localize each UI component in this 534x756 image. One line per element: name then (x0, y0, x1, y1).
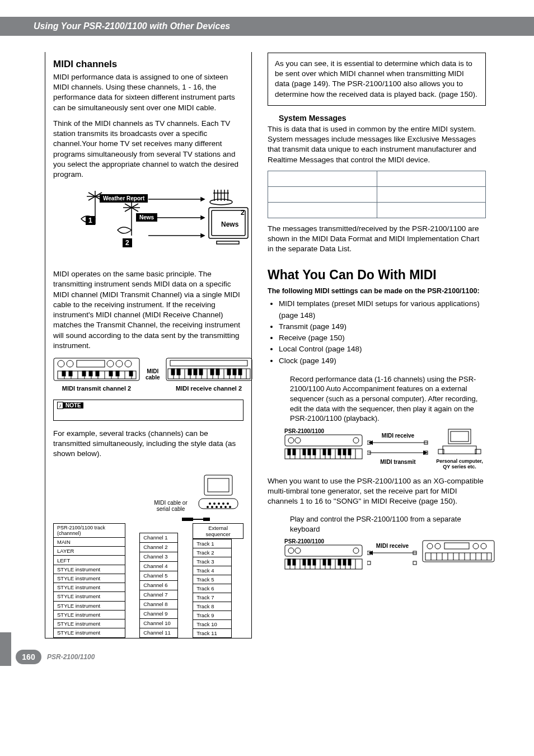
svg-rect-116 (303, 449, 306, 455)
keyboard-right-icon (166, 358, 252, 381)
midi-tx-label: MIDI transmit channel 2 (53, 385, 140, 392)
svg-point-139 (353, 548, 359, 553)
svg-rect-78 (204, 475, 232, 495)
svg-point-81 (209, 503, 211, 505)
paragraph-record: Record performance data (1-16 channels) … (290, 374, 486, 424)
svg-rect-163 (338, 559, 341, 565)
svg-rect-23 (217, 241, 239, 244)
svg-point-138 (288, 548, 294, 553)
paragraph-intro-bold: The following MIDI settings can be made … (268, 287, 486, 295)
svg-rect-48 (109, 371, 113, 376)
svg-rect-70 (188, 369, 191, 375)
svg-point-96 (288, 438, 294, 443)
svg-rect-117 (308, 449, 311, 455)
svg-point-83 (218, 503, 220, 505)
svg-point-176 (473, 543, 479, 549)
svg-rect-159 (308, 559, 311, 565)
svg-rect-74 (216, 369, 219, 375)
svg-rect-68 (171, 369, 175, 375)
d1-pc-label: Personal cumputer, QY series etc. (433, 458, 486, 469)
d1-midi-transmit-label: MIDI transmit (367, 459, 429, 465)
track-cable-line (53, 515, 255, 523)
svg-rect-52 (170, 360, 247, 366)
heading-system-messages: System Messages (279, 114, 486, 123)
svg-rect-46 (89, 371, 92, 376)
svg-rect-160 (313, 559, 316, 565)
svg-rect-121 (338, 449, 341, 455)
svg-rect-71 (194, 369, 197, 375)
svg-marker-13 (201, 234, 204, 237)
svg-rect-75 (227, 369, 231, 375)
note-label: NOTE (63, 402, 83, 408)
note-icon: ♪ (57, 402, 63, 409)
d1-psr-label: PSR-2100/1100 (284, 428, 363, 434)
d1-midi-receive-label: MIDI receive (367, 433, 429, 439)
svg-point-84 (222, 503, 224, 505)
svg-rect-162 (328, 559, 331, 565)
section-title: Using Your PSR-2100/1100 with Other Devi… (34, 21, 230, 31)
svg-rect-134 (443, 446, 476, 454)
svg-point-26 (67, 360, 73, 367)
track-table-tracks: Track 1 Track 2 Track 3 Track 4 Track 5 … (193, 539, 232, 638)
track-cable-caption: MIDI cable or serial cable (148, 500, 193, 512)
bullet-item: Transmit (page 149) (279, 321, 486, 332)
svg-rect-175 (444, 543, 469, 549)
paragraph-box: As you can see, it is essential to deter… (275, 59, 479, 100)
psr-keyboard-icon-2 (284, 544, 363, 571)
svg-rect-157 (293, 559, 296, 565)
keyboard-left-icon (53, 358, 140, 381)
connection-diagram-1: PSR-2100/1100 MIDI receive (284, 428, 486, 469)
svg-marker-9 (201, 198, 204, 201)
bullet-item: MIDI templates (preset MIDI setups for v… (279, 298, 486, 321)
heading-midi-channels: MIDI channels (53, 59, 243, 70)
svg-point-91 (229, 506, 231, 508)
svg-rect-171 (413, 561, 416, 565)
svg-point-82 (213, 503, 216, 505)
bullet-item: Local Control (page 148) (279, 344, 486, 355)
midi-rx-label: MIDI receive channel 2 (166, 385, 252, 392)
svg-rect-95 (285, 435, 362, 446)
svg-rect-137 (285, 545, 362, 556)
svg-rect-45 (82, 371, 86, 376)
svg-point-140 (295, 548, 301, 553)
tv-number-2b: 2 (241, 209, 245, 217)
svg-rect-161 (323, 559, 326, 565)
paragraph-after-table: The messages transmitted/received by the… (268, 224, 486, 255)
external-sequencer-label: External sequencer (193, 523, 243, 539)
svg-rect-50 (129, 371, 133, 376)
tv-number-1: 1 (86, 216, 95, 225)
svg-point-86 (207, 506, 209, 508)
svg-point-28 (107, 360, 114, 367)
svg-rect-156 (288, 559, 291, 565)
svg-rect-49 (116, 371, 119, 376)
svg-rect-47 (96, 371, 99, 376)
svg-rect-118 (313, 449, 316, 455)
svg-point-97 (353, 438, 359, 443)
computer-icon-small (437, 428, 482, 456)
page-footer: 160 PSR-2100/1100 (0, 638, 534, 664)
footer-model: PSR-2100/1100 (47, 653, 95, 661)
heading-what-you-can-do: What You Can Do With MIDI (268, 267, 486, 283)
svg-rect-158 (303, 559, 306, 565)
track-diagram: MIDI cable or serial cable PSR-2100/1100… (53, 465, 243, 638)
svg-rect-119 (323, 449, 326, 455)
midi-cable-label: MIDI cable (146, 368, 160, 381)
svg-point-88 (216, 506, 218, 508)
svg-rect-44 (69, 371, 72, 376)
svg-rect-77 (238, 369, 242, 375)
svg-rect-114 (288, 449, 291, 455)
svg-rect-72 (199, 369, 203, 375)
svg-point-87 (211, 506, 213, 508)
side-tab-marker (0, 632, 11, 666)
tv-channel-diagram: Weather Report News 1 2 2 News (64, 185, 243, 264)
svg-rect-170 (367, 561, 371, 565)
paragraph-midi-4: For example, several tracks (channels) c… (53, 429, 243, 459)
svg-point-85 (227, 503, 229, 505)
tv-label-news-1: News (136, 213, 157, 222)
bullet-item: Receive (page 150) (279, 332, 486, 344)
page-number: 160 (16, 650, 41, 664)
svg-point-30 (125, 360, 132, 367)
midi-cable-diagram: MIDI transmit channel 2 MIDI cable MIDI … (53, 358, 243, 392)
connection-diagram-2: PSR-2100/1100 MIDI receive (284, 538, 486, 574)
tv-number-2: 2 (123, 238, 132, 247)
